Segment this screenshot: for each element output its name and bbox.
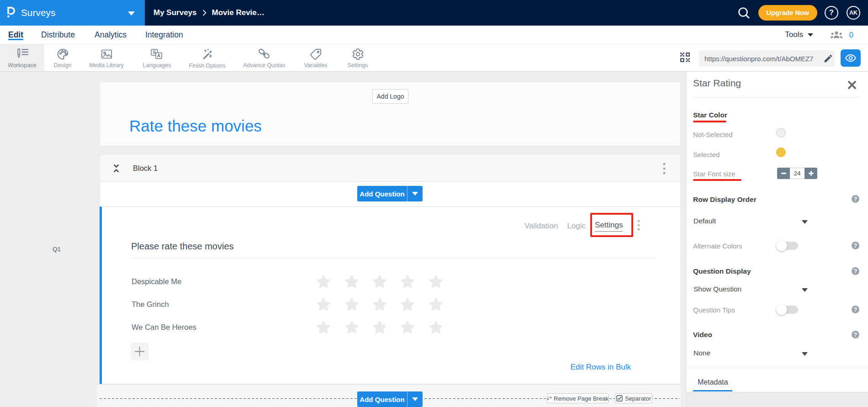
separator-button[interactable]: Separator — [615, 393, 652, 403]
not-selected-color-swatch[interactable] — [776, 128, 786, 137]
remove-page-break-label: Remove Page Break — [554, 395, 609, 402]
toolbar-item-advance-quotas[interactable]: Advance Quotas — [235, 44, 293, 71]
star-icon[interactable] — [372, 297, 387, 312]
star-icon[interactable] — [428, 320, 444, 335]
editor-toolbar: Workspace Design Media Library — [0, 44, 868, 72]
product-name: Surveys — [21, 7, 55, 18]
star-icon[interactable] — [428, 274, 444, 290]
block-kebab-menu-icon[interactable] — [663, 163, 666, 174]
star-icon[interactable] — [344, 320, 360, 335]
row-label-we-can-be-heroes[interactable]: We Can Be Heroes — [132, 323, 196, 332]
row-label-the-grinch[interactable]: The Grinch — [132, 300, 169, 309]
question-card[interactable]: Validation Logic Settings Please rate th… — [100, 206, 681, 384]
toolbar-item-languages[interactable]: Languages — [137, 44, 177, 71]
survey-title[interactable]: Rate these movies — [129, 117, 262, 135]
plus-icon — [809, 171, 814, 176]
question-display-caret-icon[interactable] — [802, 288, 808, 292]
share-url-field[interactable]: https://questionpro.com/t/AbOMEZ7 — [699, 50, 835, 67]
selected-color-swatch[interactable] — [776, 148, 786, 157]
survey-header-card: Add Logo Rate these movies — [100, 82, 681, 146]
collaborators-indicator[interactable]: 0 — [830, 26, 853, 44]
add-question-caret-button[interactable] — [407, 186, 423, 201]
toolbar-item-workspace[interactable]: Workspace — [0, 44, 44, 71]
font-size-value[interactable]: 24 — [790, 168, 804, 179]
toolbar-item-variables[interactable]: Variables — [297, 44, 334, 71]
edit-url-pencil-icon[interactable] — [823, 53, 833, 63]
footer-add-question-caret-button[interactable] — [407, 391, 423, 407]
video-help-icon[interactable]: ? — [852, 331, 859, 338]
star-icon[interactable] — [428, 297, 444, 312]
metadata-active-underline — [693, 390, 732, 391]
font-size-decrease-button[interactable] — [777, 168, 790, 179]
toggle-knob — [776, 304, 787, 315]
qr-code-icon[interactable] — [680, 53, 690, 62]
tab-integration[interactable]: Integration — [145, 26, 183, 44]
topbar-actions: Upgrade Now ? AK — [737, 0, 868, 26]
add-question-button[interactable]: Add Question — [357, 186, 407, 201]
add-question-split-button: Add Question — [357, 186, 423, 201]
search-icon[interactable] — [737, 6, 750, 19]
toggle-knob — [776, 240, 787, 251]
star-icon[interactable] — [372, 274, 387, 290]
video-caret-icon[interactable] — [802, 352, 808, 356]
star-icon[interactable] — [400, 274, 415, 290]
row-display-order-select[interactable]: Default — [693, 217, 716, 225]
toolbar-item-design[interactable]: Design — [47, 44, 79, 71]
question-kebab-menu-icon[interactable] — [637, 220, 640, 231]
svg-text:?: ? — [854, 307, 857, 313]
video-select[interactable]: None — [693, 349, 710, 357]
remove-page-break-button[interactable]: Remove Page Break — [547, 393, 609, 403]
edit-rows-in-bulk-link[interactable]: Edit Rows in Bulk — [571, 363, 631, 372]
product-switcher[interactable]: Surveys — [0, 0, 145, 26]
star-icon[interactable] — [344, 297, 360, 312]
font-size-increase-button[interactable] — [804, 168, 817, 179]
star-icon[interactable] — [344, 274, 360, 290]
add-row-button[interactable] — [131, 343, 148, 360]
star-icon[interactable] — [316, 274, 331, 290]
close-panel-icon[interactable] — [847, 80, 857, 90]
star-icon[interactable] — [316, 320, 331, 335]
alternate-colors-toggle[interactable] — [777, 242, 798, 250]
tab-distribute[interactable]: Distribute — [41, 26, 75, 44]
row-label-despicable-me[interactable]: Despicable Me — [132, 277, 181, 286]
footer-add-question-button[interactable]: Add Question — [357, 391, 407, 407]
star-icon[interactable] — [400, 320, 415, 335]
magic-wand-icon — [201, 48, 214, 61]
metadata-tab[interactable]: Metadata — [698, 378, 728, 386]
alternate-colors-label: Alternate Colors — [693, 242, 742, 250]
questionpro-survey-editor: Surveys My Surveys Movie Revie… Upgrade … — [0, 0, 868, 407]
toolbar-item-settings[interactable]: Settings — [340, 44, 375, 71]
validation-link[interactable]: Validation — [524, 222, 558, 231]
row-display-order-caret-icon[interactable] — [802, 220, 808, 224]
question-tips-help-icon[interactable]: ? — [852, 306, 859, 313]
panel-section-divider — [687, 368, 868, 368]
question-display-select[interactable]: Show Question — [693, 285, 741, 293]
collapse-block-icon[interactable] — [112, 164, 120, 173]
row-display-order-help-icon[interactable]: ? — [852, 195, 859, 203]
tools-menu[interactable]: Tools — [785, 26, 813, 44]
account-avatar[interactable]: AK — [847, 6, 860, 20]
breadcrumb-my-surveys[interactable]: My Surveys — [153, 8, 197, 17]
block-title[interactable]: Block 1 — [133, 164, 158, 173]
preview-survey-button[interactable] — [841, 49, 861, 67]
tab-analytics[interactable]: Analytics — [95, 26, 127, 44]
upgrade-now-button[interactable]: Upgrade Now — [758, 5, 817, 21]
translate-icon — [150, 48, 164, 60]
toolbar-item-finish-options[interactable]: Finish Options — [183, 44, 232, 71]
logic-link[interactable]: Logic — [567, 222, 586, 231]
help-button[interactable]: ? — [825, 6, 838, 20]
svg-text:?: ? — [854, 332, 857, 338]
star-icon[interactable] — [316, 297, 331, 312]
toolbar-item-media-library[interactable]: Media Library — [84, 44, 129, 71]
question-display-help-icon[interactable]: ? — [852, 267, 859, 275]
alternate-colors-help-icon[interactable]: ? — [852, 242, 859, 249]
breadcrumb-survey-name[interactable]: Movie Revie… — [212, 8, 265, 17]
question-title[interactable]: Please rate these movies — [131, 241, 234, 252]
star-icon[interactable] — [400, 297, 415, 312]
add-logo-button[interactable]: Add Logo — [372, 89, 408, 104]
minus-icon — [781, 173, 786, 174]
question-tips-toggle[interactable] — [777, 306, 798, 314]
tools-label: Tools — [785, 30, 803, 39]
tab-edit[interactable]: Edit — [8, 26, 23, 44]
star-icon[interactable] — [372, 320, 387, 335]
